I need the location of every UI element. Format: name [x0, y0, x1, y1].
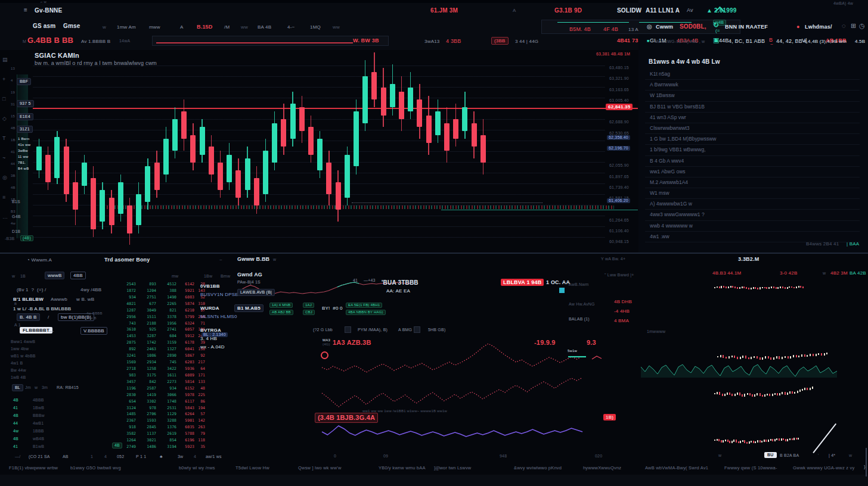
text-label: B1S — [12, 200, 20, 204]
tool-cross-icon[interactable]: + — [2, 76, 5, 82]
tool-target-icon[interactable]: ◎ — [2, 175, 7, 180]
text-label[interactable]: 4-~ — [287, 24, 294, 30]
text-label: Qwsw ] lwo wk ww'w — [298, 466, 342, 471]
edit-icon[interactable]: —/ — [15, 454, 20, 459]
text-label: Fwwwy qww (S 10wwwa- — [724, 466, 777, 471]
text-label[interactable]: AB — [63, 454, 69, 459]
text-label: 14wA — [119, 39, 130, 43]
series-swatch-icon: ■ — [647, 39, 649, 43]
text-label[interactable]: 052 — [117, 454, 124, 459]
club-icon[interactable]: ♣ — [160, 454, 163, 459]
text-label: E1E4 — [17, 113, 33, 120]
text-label: 1 Bwm — [18, 137, 29, 141]
text-label: Av 1.BBBB B — [81, 39, 110, 44]
text-label[interactable]: 1mw Am — [117, 24, 136, 30]
text-label: 1A3 AZB.3B — [333, 339, 371, 347]
text-label: 4, BC, B1 ABB — [728, 38, 765, 44]
text-label: W. BW 3B — [353, 38, 379, 43]
text-label: 63,163.65 — [609, 88, 629, 92]
text-label[interactable]: A — [180, 24, 184, 30]
tool-shape-icon[interactable]: ◇ — [2, 116, 7, 122]
text-label[interactable]: 3w — [178, 454, 183, 459]
order-tab-b[interactable]: 4BB — [70, 272, 86, 279]
tool-text-icon[interactable]: T — [2, 135, 6, 141]
user-icon[interactable]: ◌ — [842, 22, 846, 30]
text-label: 4wB1 — [33, 421, 44, 426]
text-label: B B2A BA — [780, 453, 799, 458]
text-label: 5HB GB) — [428, 328, 445, 332]
text-label: F1B(1) vbwqwww wrbw — [9, 466, 58, 471]
clock-icon[interactable]: ◷ — [859, 22, 865, 30]
text-label[interactable]: w — [35, 385, 38, 390]
text-label: B w B — [86, 316, 97, 320]
text-label[interactable]: 4 — [104, 454, 107, 459]
text-label: Lwhdmas/ — [805, 24, 832, 30]
order-tab-a[interactable]: wwwB — [45, 272, 64, 279]
order-price-label: 62,196.70 — [607, 146, 630, 151]
text-label: hywwwXwwuQvnz — [583, 466, 621, 471]
text-label: 020 — [595, 454, 602, 459]
text-label: ~ — [770, 42, 773, 47]
text-label: 63,381 4B.4B 1M — [596, 52, 630, 57]
text-label: 62,688.90 — [609, 120, 629, 124]
text-label: 4B — [13, 413, 18, 418]
text-label: PAw-B|4 1S — [237, 280, 261, 285]
text-label[interactable]: 1MQ — [310, 24, 321, 30]
panel-title-right: 3.3B2.M — [738, 256, 759, 262]
menu-icon[interactable]: ≡ — [24, 7, 27, 14]
text-label: 4 3BB — [446, 38, 461, 44]
text-label: 63,005.40 — [609, 98, 629, 103]
text-label: 0VB1BB — [200, 284, 220, 289]
text-label: 1BBB — [33, 429, 44, 434]
text-label: 4F 4B — [603, 26, 618, 32]
text-label[interactable]: BA 4B — [258, 24, 271, 30]
text-label: Bmw — [221, 274, 230, 279]
panel-left-tab[interactable]: ◔ Wwwm.A — [27, 257, 52, 263]
text-label: 61.JM 3M — [430, 7, 458, 14]
text-label: (3BB — [491, 37, 509, 45]
text-label[interactable]: 4 — [194, 454, 196, 459]
text-label: 3wBw — [18, 149, 28, 153]
text-label[interactable]: | 4* — [829, 453, 835, 458]
text-label[interactable]: /M — [224, 24, 230, 30]
text-label: 3B — [11, 174, 16, 178]
text-label[interactable]: P 1 1 — [136, 454, 146, 459]
text-label: 62,055.90 — [609, 163, 629, 168]
text-label: 4wBA) 4w — [833, 1, 853, 6]
text-label[interactable]: Jm — [25, 385, 31, 390]
apps-grid-icon[interactable]: ⊞ — [851, 22, 856, 30]
tool-more-icon[interactable]: … — [2, 214, 8, 220]
timeframe-button[interactable]: BL — [12, 384, 23, 391]
text-label: 41 — [11, 150, 15, 154]
text-label: AwB.Nwm — [569, 282, 589, 287]
cancel-order-button[interactable]: V.BBBBB — [80, 327, 107, 335]
zoom-button[interactable]: BU — [764, 452, 777, 458]
qty-input[interactable]: B. 4B B — [17, 313, 40, 321]
text-label: SOD0BL, — [680, 23, 706, 30]
symbol-button[interactable]: GS asm — [33, 23, 55, 30]
text-label: -19.9.9 — [534, 339, 556, 347]
refresh-icon[interactable]: ↻ — [713, 21, 719, 30]
text-label: ▲ 2.61999 — [706, 7, 737, 14]
text-label[interactable]: 1 — [91, 454, 93, 459]
text-label: 1B — [20, 274, 26, 279]
text-label: ⌐ w — [41, 0, 46, 4]
text-label: 4 BMA — [614, 318, 629, 323]
text-label[interactable]: Gmse — [63, 23, 80, 30]
text-label: w — [12, 274, 15, 279]
tool-layout-icon[interactable]: ▤ — [2, 57, 8, 63]
tool-rect-icon[interactable]: □ — [2, 96, 6, 102]
tool-lines-icon[interactable]: ≡ — [2, 194, 5, 200]
text-label: ' — [818, 453, 819, 458]
text-label: ww — [333, 24, 340, 30]
text-label: BALAB (1) — [569, 317, 590, 322]
text-label[interactable]: 3m — [42, 385, 48, 390]
text-label: 09 — [383, 454, 388, 459]
text-label[interactable]: mww — [149, 24, 160, 30]
text-label: CBJ — [303, 310, 315, 315]
text-label: A BMG — [398, 328, 412, 332]
text-label: 4B — [11, 186, 16, 190]
tool-wave-icon[interactable]: ~ — [2, 155, 5, 161]
text-label: MLSNTs HLMS0 — [200, 314, 237, 319]
submit-order-button[interactable]: FLBBBBBT — [20, 327, 52, 334]
